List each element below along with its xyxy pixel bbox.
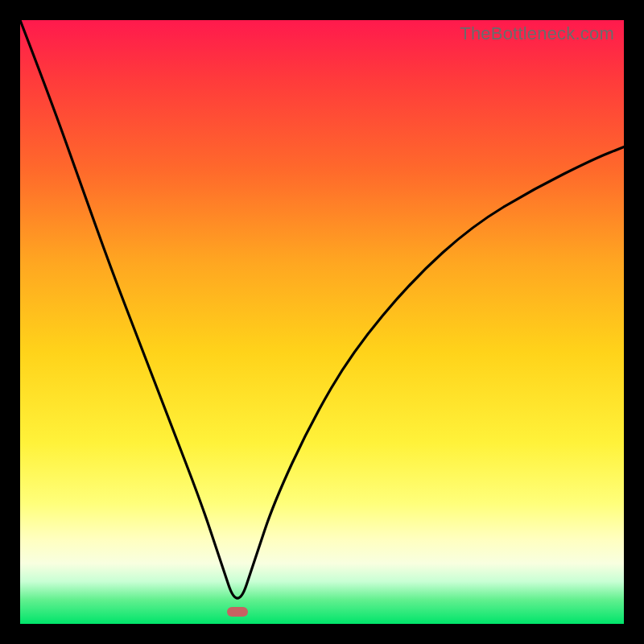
plot-area: TheBottleneck.com	[20, 20, 624, 624]
bottleneck-curve	[20, 20, 624, 624]
bottleneck-marker	[227, 607, 248, 617]
